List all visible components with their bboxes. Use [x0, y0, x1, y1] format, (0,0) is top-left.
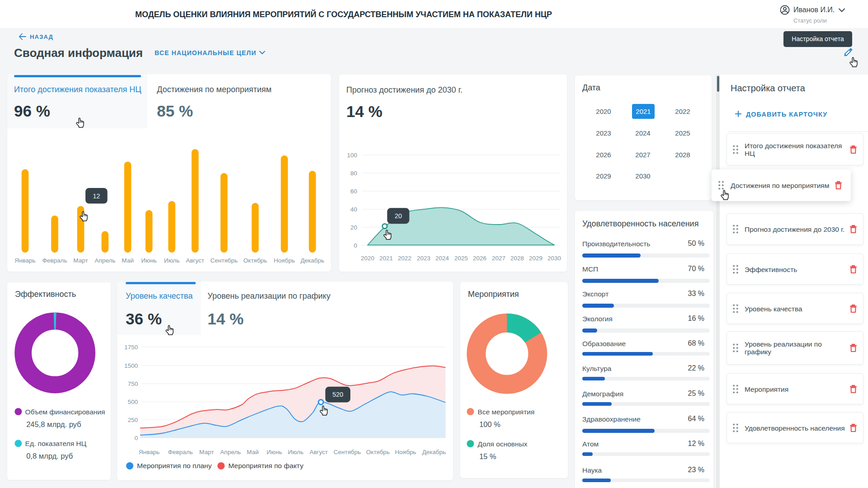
- svg-text:Февраль: Февраль: [168, 449, 193, 455]
- svg-text:2030: 2030: [547, 255, 561, 262]
- svg-text:2027: 2027: [492, 255, 505, 262]
- svg-text:Февраль: Февраль: [42, 257, 67, 264]
- svg-text:Ед. показателя НЦ: Ед. показателя НЦ: [25, 440, 87, 447]
- svg-text:Август: Август: [186, 257, 204, 264]
- svg-text:Июль: Июль: [164, 257, 179, 264]
- svg-text:20: 20: [350, 224, 357, 231]
- svg-text:15 %: 15 %: [479, 452, 496, 460]
- svg-text:Апрель: Апрель: [94, 257, 115, 264]
- svg-text:12: 12: [93, 192, 100, 200]
- svg-text:Все мероприятия: Все мероприятия: [478, 408, 535, 416]
- svg-text:40: 40: [350, 206, 357, 213]
- svg-text:750: 750: [127, 380, 138, 387]
- svg-text:2026: 2026: [473, 255, 486, 262]
- svg-text:2024: 2024: [435, 255, 449, 262]
- svg-text:520: 520: [332, 391, 343, 398]
- svg-text:Декабрь: Декабрь: [301, 257, 325, 264]
- svg-text:100: 100: [347, 152, 357, 159]
- svg-text:60: 60: [350, 188, 357, 195]
- svg-text:2029: 2029: [529, 255, 542, 262]
- svg-text:Январь: Январь: [14, 257, 35, 264]
- svg-text:Ноябрь: Ноябрь: [274, 257, 295, 264]
- svg-text:80: 80: [350, 170, 357, 177]
- svg-text:2028: 2028: [510, 255, 524, 262]
- svg-text:2022: 2022: [398, 255, 411, 262]
- svg-text:Май: Май: [122, 257, 133, 264]
- svg-text:245,8 млрд. руб: 245,8 млрд. руб: [26, 420, 81, 428]
- svg-text:Июль: Июль: [288, 449, 303, 455]
- svg-text:Март: Март: [199, 449, 214, 455]
- svg-text:Ноябрь: Ноябрь: [395, 449, 416, 455]
- svg-text:Объем финансирования: Объем финансирования: [25, 408, 105, 416]
- svg-text:2020: 2020: [361, 255, 374, 262]
- svg-text:Июнь: Июнь: [141, 257, 156, 264]
- svg-text:1750: 1750: [124, 344, 138, 351]
- svg-text:Март: Март: [73, 257, 88, 264]
- svg-text:100 %: 100 %: [479, 420, 500, 428]
- svg-text:Декабрь: Декабрь: [422, 449, 446, 455]
- svg-text:Май: Май: [247, 449, 259, 455]
- svg-text:Апрель: Апрель: [220, 449, 241, 455]
- svg-text:2021: 2021: [379, 255, 393, 262]
- svg-text:Июнь: Июнь: [267, 449, 282, 455]
- svg-text:1500: 1500: [124, 362, 138, 369]
- svg-text:0: 0: [354, 242, 357, 249]
- svg-text:2023: 2023: [417, 255, 430, 262]
- svg-text:Сентябрь: Сентябрь: [210, 257, 237, 264]
- svg-text:Октябрь: Октябрь: [243, 257, 267, 264]
- svg-text:250: 250: [127, 417, 138, 423]
- svg-text:0,8 млрд. руб: 0,8 млрд. руб: [26, 452, 73, 460]
- svg-text:2025: 2025: [454, 255, 468, 262]
- svg-text:Доля основных: Доля основных: [478, 440, 528, 448]
- svg-text:Январь: Январь: [139, 449, 160, 455]
- svg-text:Октябрь: Октябрь: [366, 449, 390, 455]
- svg-text:0: 0: [134, 435, 138, 441]
- svg-text:Август: Август: [310, 449, 328, 455]
- svg-text:500: 500: [127, 399, 138, 405]
- svg-text:Сентябрь: Сентябрь: [334, 449, 361, 455]
- svg-text:20: 20: [395, 212, 402, 220]
